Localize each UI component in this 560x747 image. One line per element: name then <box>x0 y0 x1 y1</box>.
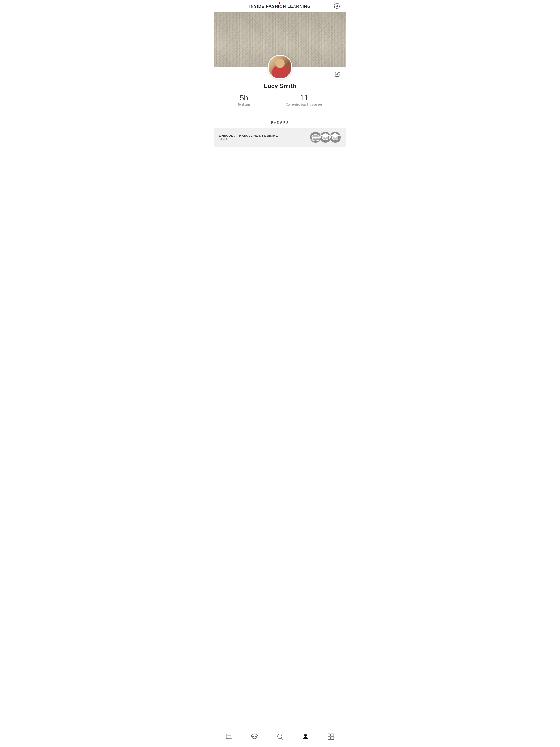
total-time-stat: 5h Total time <box>238 94 251 106</box>
svg-point-8 <box>278 734 282 739</box>
edit-profile-button[interactable] <box>334 70 341 79</box>
completed-courses-value: 11 <box>300 94 308 102</box>
gear-icon <box>334 2 340 9</box>
profile-icon <box>302 733 309 741</box>
badges-title: BADGES <box>214 121 346 125</box>
nav-search-button[interactable] <box>273 732 287 742</box>
badge-icons <box>309 131 341 143</box>
avatar-image <box>269 55 291 78</box>
graduation-cap-icon-2 <box>330 132 341 143</box>
settings-button[interactable] <box>332 1 341 11</box>
avatar <box>268 55 292 79</box>
badge-title: EPISODE 3 - MASCULINE & FEMININE <box>219 134 278 137</box>
svg-point-0 <box>336 5 338 6</box>
completed-courses-label: Completed training courses <box>286 103 322 106</box>
total-time-label: Total time <box>238 103 251 106</box>
pencil-icon <box>335 71 340 77</box>
title-bold: INSIDE FASHION <box>249 4 286 8</box>
svg-rect-13 <box>328 737 330 739</box>
search-icon <box>276 733 284 741</box>
svg-rect-12 <box>331 734 334 736</box>
nav-learn-button[interactable] <box>248 732 262 742</box>
nav-grid-button[interactable] <box>324 732 338 742</box>
badge-icon-graduation-2 <box>329 131 341 143</box>
grid-icon <box>327 733 335 741</box>
divider <box>214 116 346 116</box>
svg-rect-14 <box>331 737 334 739</box>
nav-profile-button[interactable] <box>298 732 312 742</box>
badge-text: EPISODE 3 - MASCULINE & FEMININE STYLE <box>219 134 278 141</box>
total-time-value: 5h <box>240 94 248 102</box>
bottom-nav <box>214 728 346 747</box>
graduation-icon <box>251 733 258 741</box>
badges-section: BADGES EPISODE 3 - MASCULINE & FEMININE … <box>214 121 346 150</box>
svg-rect-4 <box>226 734 232 738</box>
stats-row: 5h Total time 11 Completed training cour… <box>214 94 346 106</box>
user-name: Lucy Smith <box>264 83 297 90</box>
header: INSIDE FASHION LEARNING <box>214 0 346 12</box>
badge-subtitle: STYLE <box>219 138 278 141</box>
signal-bar <box>279 2 280 4</box>
svg-line-9 <box>281 738 283 740</box>
svg-rect-11 <box>328 734 330 736</box>
nav-chat-button[interactable] <box>222 732 236 742</box>
profile-section: Lucy Smith 5h Total time 11 Completed tr… <box>214 67 346 111</box>
app-title: INSIDE FASHION LEARNING <box>249 4 311 8</box>
chat-icon <box>225 733 233 741</box>
main-content <box>214 150 346 232</box>
svg-point-10 <box>304 734 307 737</box>
completed-courses-stat: 11 Completed training courses <box>286 94 322 106</box>
title-light: LEARNING <box>286 4 311 8</box>
svg-point-3 <box>312 137 320 141</box>
badge-row: EPISODE 3 - MASCULINE & FEMININE STYLE <box>214 128 346 147</box>
